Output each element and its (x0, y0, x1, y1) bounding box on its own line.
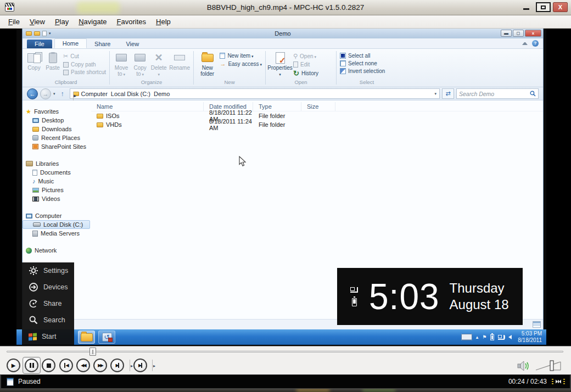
documents-icon (32, 170, 37, 176)
video-area[interactable]: ▾ Demo ▬ ◻ x File Home Share View (0, 29, 571, 346)
tray-battery-icon[interactable] (490, 334, 494, 340)
ribbon-group-select: Select all Select none Invert selection … (337, 49, 397, 87)
column-header-name[interactable]: Name (91, 102, 204, 111)
select-none-icon (340, 60, 346, 66)
invert-selection-button[interactable]: Invert selection (340, 68, 385, 74)
tray-volume-icon[interactable] (508, 335, 512, 339)
increase-rate-button[interactable]: ▶▶ (93, 359, 107, 372)
sidebar-item-libraries[interactable]: Libraries (23, 159, 91, 168)
open-button[interactable]: ⚲Open (293, 53, 318, 60)
copy-path-button[interactable]: Copy path (63, 61, 106, 68)
minimize-button[interactable] (519, 2, 534, 12)
menu-file[interactable]: File (3, 16, 25, 27)
details-view-icon[interactable] (533, 321, 541, 328)
sidebar-item-videos[interactable]: Videos (23, 194, 91, 203)
charm-devices[interactable]: Devices (22, 279, 74, 295)
sidebar-item-desktop[interactable]: Desktop (23, 116, 91, 125)
up-button[interactable]: ↑ (58, 89, 68, 99)
menu-favorites[interactable]: Favorites (112, 16, 151, 27)
easy-access-button[interactable]: →Easy access (220, 60, 262, 67)
close-button[interactable]: X (553, 2, 568, 12)
breadcrumb-local-disk[interactable]: Local Disk (C:) (110, 91, 152, 97)
tray-clock[interactable]: 5:03 PM 8/18/2011 (516, 331, 542, 344)
pause-button[interactable] (25, 359, 38, 372)
volume-slider[interactable] (535, 359, 563, 372)
paste-shortcut-button[interactable]: Paste shortcut (63, 69, 106, 75)
address-dropdown-icon[interactable]: ▾ (434, 92, 436, 96)
column-header-size[interactable]: Size (301, 102, 335, 111)
skip-back-button[interactable]: ◀ (59, 359, 73, 372)
charm-share[interactable]: Share (22, 295, 74, 312)
file-row-vhds[interactable]: VHDs 8/18/2011 11:24 AM File folder (91, 120, 543, 129)
delete-button[interactable]: ✕ Delete (150, 51, 167, 77)
taskbar-explorer-button[interactable] (78, 331, 95, 344)
touch-keyboard-icon[interactable] (461, 334, 472, 340)
column-header-type[interactable]: Type (253, 102, 301, 111)
forward-button[interactable]: → (40, 88, 51, 99)
tab-view[interactable]: View (118, 40, 147, 48)
edit-button[interactable]: Edit (293, 61, 318, 68)
sidebar-item-music[interactable]: ♪Music (23, 177, 91, 186)
sidebar-item-recent-places[interactable]: Recent Places (23, 133, 91, 142)
charm-start[interactable]: Start (22, 328, 74, 345)
breadcrumb-demo[interactable]: Demo (153, 91, 171, 97)
history-dropdown-icon[interactable]: ▾ (53, 92, 55, 96)
menu-help[interactable]: Help (151, 16, 176, 27)
decrease-rate-button[interactable]: ◀◀ (76, 359, 90, 372)
sidebar-item-favorites[interactable]: ★Favorites (23, 107, 91, 116)
seek-bar[interactable] (0, 346, 571, 357)
charm-settings[interactable]: Settings (22, 262, 74, 279)
stop-button[interactable] (42, 359, 55, 372)
tab-share[interactable]: Share (87, 40, 118, 48)
search-input[interactable] (459, 91, 530, 97)
back-button[interactable]: ← (27, 88, 38, 99)
mouse-cursor (239, 156, 247, 167)
sidebar-item-network[interactable]: Network (23, 246, 91, 255)
sidebar-item-computer[interactable]: Computer (23, 211, 91, 220)
explorer-restore-button[interactable]: ◻ (513, 30, 524, 37)
pause-button-pressed[interactable] (23, 357, 41, 374)
play-button[interactable]: ▶ (7, 359, 20, 372)
cut-button[interactable]: ✂Cut (63, 53, 106, 60)
sidebar-item-local-disk-c[interactable]: Local Disk (C:) (23, 220, 90, 229)
sidebar-item-sharepoint-sites[interactable]: SharePoint Sites (23, 142, 91, 151)
address-bar[interactable]: Computer Local Disk (C:) Demo ▾ (70, 88, 440, 99)
explorer-minimize-button[interactable]: ▬ (501, 30, 512, 37)
seek-thumb[interactable] (89, 348, 96, 356)
frame-step-button[interactable]: ▶ (133, 359, 147, 372)
menu-play[interactable]: Play (50, 16, 74, 27)
skip-forward-button[interactable]: ▶ (110, 359, 124, 372)
menu-navigate[interactable]: Navigate (74, 16, 111, 27)
move-to-button[interactable]: Move to (113, 51, 130, 77)
show-hidden-icons-icon[interactable]: ▴ (476, 334, 479, 340)
sidebar-item-documents[interactable]: Documents (23, 168, 91, 177)
new-item-button[interactable]: New item (220, 53, 262, 59)
select-none-button[interactable]: Select none (340, 60, 385, 66)
sidebar-item-downloads[interactable]: Downloads (23, 125, 91, 133)
new-folder-button[interactable]: New folder (197, 51, 217, 77)
sidebar-item-pictures[interactable]: Pictures (23, 186, 91, 194)
sidebar-item-media-servers[interactable]: Media Servers (23, 229, 91, 238)
properties-button[interactable]: Properties (269, 51, 291, 77)
charm-search[interactable]: Search (22, 312, 74, 328)
file-row-isos[interactable]: ISOs 8/18/2011 11:22 AM File folder (91, 111, 543, 120)
paste-button[interactable]: Paste (44, 51, 61, 71)
history-button[interactable]: ↻History (293, 69, 318, 77)
volume-icon[interactable] (517, 360, 530, 372)
breadcrumb-computer[interactable]: Computer (80, 91, 109, 97)
rename-button[interactable]: Rename (169, 51, 190, 71)
copy-button[interactable]: Copy (26, 51, 42, 71)
action-center-flag-icon[interactable]: ⚑ (482, 334, 486, 340)
menu-view[interactable]: View (25, 16, 50, 27)
refresh-button[interactable]: ⇄ (442, 88, 454, 99)
tab-home[interactable]: Home (54, 38, 87, 48)
select-all-button[interactable]: Select all (340, 53, 385, 59)
maximize-button[interactable] (536, 2, 551, 12)
music-icon: ♪ (32, 178, 36, 184)
help-icon[interactable]: ? (532, 40, 539, 47)
tab-file[interactable]: File (27, 40, 52, 48)
explorer-close-button[interactable]: x (525, 30, 541, 37)
taskbar-vm-connection-button[interactable]: ↺ (98, 331, 115, 344)
copy-to-button[interactable]: Copy to (132, 51, 148, 77)
minimize-ribbon-icon[interactable] (522, 42, 528, 45)
